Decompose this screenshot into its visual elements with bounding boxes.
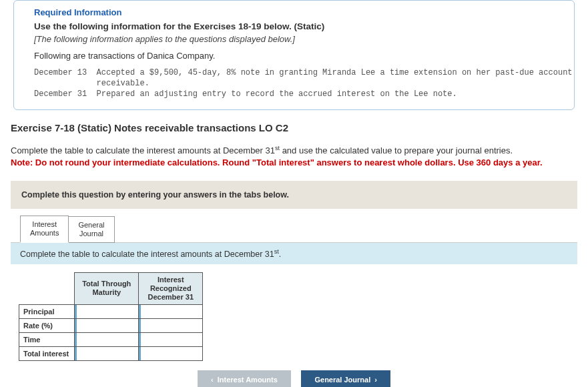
required-information-panel: Required Information Use the following i… [13,0,575,110]
table-row: Time [19,333,203,347]
tab-general-journal[interactable]: General Journal [68,216,114,242]
input-time-dec31[interactable] [139,333,202,346]
following-text: Following are transactions of Danica Com… [34,51,562,61]
chevron-left-icon: ‹ [211,376,214,384]
exercise-title: Exercise 7-18 (Static) Notes receivable … [11,122,577,133]
input-rate-maturity[interactable] [75,319,138,332]
tab-interest-amounts[interactable]: Interest Amounts [20,216,69,242]
instruction-bar: Complete this question by entering your … [11,181,577,209]
applies-note: [The following information applies to th… [34,34,562,44]
col-header-maturity: Total Through Maturity [75,272,139,305]
row-label-time: Time [19,333,75,347]
table-row: Total interest [19,347,203,361]
col-header-recognized: Interest Recognized December 31 [139,272,203,305]
chevron-right-icon: › [374,376,377,384]
input-principal-dec31[interactable] [139,305,202,318]
tabs-row: Interest Amounts General Journal [11,209,577,242]
table-row: Principal [19,305,203,319]
interest-table: Total Through Maturity Interest Recogniz… [19,272,203,362]
nav-row: ‹ Interest Amounts General Journal › [11,370,577,387]
transactions-block: December 13 Accepted a $9,500, 45-day, 8… [34,67,562,100]
input-total-maturity[interactable] [75,347,138,360]
prev-button[interactable]: ‹ Interest Amounts [198,370,291,387]
input-rate-dec31[interactable] [139,319,202,332]
input-time-maturity[interactable] [75,333,138,346]
table-row: Rate (%) [19,319,203,333]
input-total-dec31[interactable] [139,347,202,360]
exercise-instructions: Complete the table to calculate the inte… [11,144,577,169]
required-info-label: Required Information [34,7,562,17]
table-corner [19,272,75,305]
row-label-total: Total interest [19,347,75,361]
sub-instruction: Complete the table to calculate the inte… [11,242,577,264]
row-label-principal: Principal [19,305,75,319]
answer-area: Complete this question by entering your … [11,181,577,387]
next-button[interactable]: General Journal › [301,370,390,387]
input-principal-maturity[interactable] [75,305,138,318]
exercise-note: Note: Do not round your intermediate cal… [11,157,543,167]
row-label-rate: Rate (%) [19,319,75,333]
use-info-heading: Use the following information for the Ex… [34,21,562,31]
